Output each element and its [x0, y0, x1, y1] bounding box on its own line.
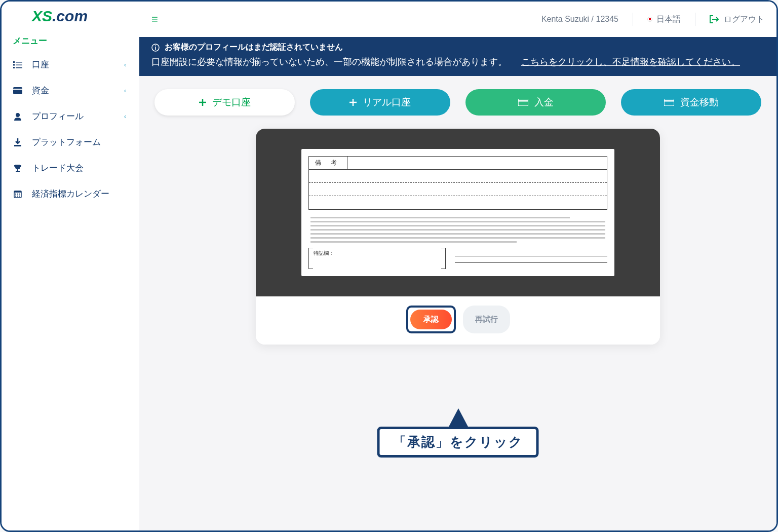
svg-rect-24: [664, 100, 674, 102]
plus-icon: [199, 99, 206, 106]
demo-account-button[interactable]: デモ口座: [154, 89, 295, 116]
transfer-button[interactable]: 資金移動: [621, 89, 761, 116]
logout-button[interactable]: ログアウト: [710, 14, 764, 25]
japan-flag-icon: [647, 17, 652, 22]
notes-box: 特記欄：: [308, 248, 446, 269]
svg-rect-21: [518, 99, 528, 106]
instruction-callout: 「承認」をクリック: [377, 427, 539, 458]
chevron-left-icon: ‹: [124, 113, 128, 120]
sidebar-item-label: プラットフォーム: [32, 136, 101, 148]
real-account-button[interactable]: リアル口座: [310, 89, 450, 116]
button-label: 入金: [534, 96, 554, 109]
document-viewer: 備 考: [256, 129, 660, 296]
remarks-label: 備 考: [309, 157, 347, 170]
document-footer: 特記欄：: [308, 248, 607, 269]
svg-rect-11: [14, 191, 21, 193]
plus-icon: [349, 99, 357, 106]
retry-button[interactable]: 再試行: [463, 306, 510, 333]
sidebar-item-calendar[interactable]: 経済指標カレンダー: [2, 181, 139, 207]
notice-title-text: お客様のプロフィールはまだ認証されていません: [165, 42, 343, 53]
svg-rect-7: [13, 89, 22, 90]
sidebar-item-platform[interactable]: プラットフォーム: [2, 129, 139, 155]
language-selector[interactable]: 日本語: [647, 14, 681, 25]
user-info: Kenta Suzuki / 12345: [541, 15, 618, 24]
action-buttons-row: デモ口座 リアル口座 入金 資金移動: [139, 76, 776, 129]
svg-rect-12: [15, 194, 16, 195]
hamburger-icon[interactable]: ≡: [151, 13, 158, 26]
document-preview-wrapper: 備 考: [139, 129, 776, 345]
sidebar-item-label: トレード大会: [32, 162, 84, 174]
svg-rect-3: [16, 64, 22, 65]
document-text-lines: [308, 217, 607, 243]
download-icon: [13, 138, 23, 146]
svg-point-19: [155, 45, 156, 46]
svg-rect-22: [518, 100, 528, 102]
wallet-icon: [13, 87, 23, 94]
notes-label: 特記欄：: [314, 250, 441, 257]
approve-highlight-frame: 承認: [406, 306, 456, 333]
sidebar-item-funds[interactable]: 資金 ‹: [2, 78, 139, 103]
list-icon: [13, 61, 23, 68]
notice-link[interactable]: こちらをクリックし、不足情報を確認してください。: [521, 57, 740, 67]
svg-rect-6: [13, 87, 22, 94]
profile-notice-banner: お客様のプロフィールはまだ認証されていません 口座開設に必要な情報が揃っていない…: [139, 37, 776, 76]
signature-lines: [455, 256, 607, 269]
svg-rect-23: [664, 99, 674, 106]
sidebar-item-trading-contest[interactable]: トレード大会: [2, 155, 139, 181]
svg-rect-5: [16, 67, 22, 68]
svg-rect-4: [13, 67, 15, 68]
sidebar: XS.com メニュー 口座 ‹ 資金 ‹ プロフィール ‹: [2, 2, 139, 530]
approve-button[interactable]: 承認: [410, 310, 452, 329]
button-label: 資金移動: [680, 96, 719, 109]
svg-rect-2: [13, 64, 15, 65]
svg-rect-15: [15, 196, 16, 197]
svg-rect-20: [155, 47, 156, 50]
main-content: ≡ Kenta Suzuki / 12345 日本語 ログアウト お客様のプロフ…: [139, 2, 776, 530]
deposit-button[interactable]: 入金: [465, 89, 606, 116]
button-label: デモ口座: [212, 96, 251, 109]
card-icon: [664, 99, 674, 106]
info-icon: [151, 44, 160, 52]
svg-rect-9: [14, 145, 21, 146]
chevron-left-icon: ‹: [124, 61, 128, 68]
sidebar-item-label: 資金: [32, 85, 49, 96]
user-icon: [13, 112, 23, 121]
logout-icon: [710, 15, 719, 23]
button-label: リアル口座: [363, 96, 411, 109]
preview-action-bar: 承認 再試行: [256, 296, 660, 345]
divider: [633, 13, 633, 26]
document-page: 備 考: [301, 149, 614, 276]
svg-point-8: [16, 113, 20, 117]
divider: [695, 13, 695, 26]
svg-rect-13: [17, 194, 18, 195]
trophy-icon: [13, 164, 23, 172]
chevron-left-icon: ‹: [124, 87, 128, 94]
svg-rect-0: [13, 61, 15, 63]
notice-body-text: 口座開設に必要な情報が揃っていないため、一部の機能が制限される場合があります。: [151, 57, 507, 67]
svg-rect-1: [16, 62, 22, 63]
svg-rect-14: [19, 194, 20, 195]
calendar-icon: [13, 190, 23, 198]
preview-card: 備 考: [256, 129, 660, 345]
sidebar-item-label: 口座: [32, 59, 49, 70]
menu-title: メニュー: [2, 35, 139, 52]
sidebar-item-label: プロフィール: [32, 110, 84, 122]
svg-rect-17: [19, 196, 20, 197]
card-icon: [518, 99, 528, 106]
language-label: 日本語: [656, 14, 681, 25]
logout-label: ログアウト: [724, 14, 764, 25]
sidebar-item-profile[interactable]: プロフィール ‹: [2, 103, 139, 129]
callout-arrow: [448, 408, 469, 428]
sidebar-item-label: 経済指標カレンダー: [32, 188, 109, 200]
logo: XS.com: [2, 2, 139, 35]
svg-rect-16: [17, 196, 18, 197]
sidebar-item-accounts[interactable]: 口座 ‹: [2, 52, 139, 78]
topbar: ≡ Kenta Suzuki / 12345 日本語 ログアウト: [139, 2, 776, 37]
remarks-table: 備 考: [308, 156, 607, 210]
